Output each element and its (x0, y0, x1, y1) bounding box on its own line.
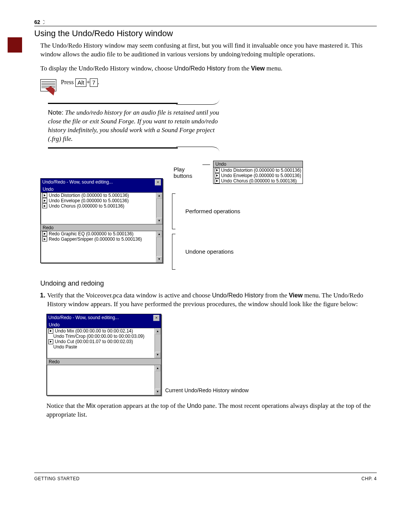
play-icon[interactable] (42, 193, 47, 198)
text: Verify that the Voiceover.pca data windo… (47, 292, 212, 299)
step-1: Verify that the Voiceover.pca data windo… (47, 291, 377, 309)
subheading: Undoing and redoing (40, 280, 377, 288)
scrollbar[interactable]: ▴▾ (155, 328, 161, 358)
figure-1: Undo/Redo - Wow, sound editing... × Undo… (40, 161, 377, 270)
text: operation appears at the top of the (96, 402, 187, 409)
undo-header: Undo (41, 186, 162, 192)
scroll-up-icon[interactable]: ▴ (156, 193, 162, 199)
bracket (172, 234, 179, 270)
list-item: Undo Distortion (0.000000 to 5.000136) (221, 168, 301, 173)
list-item: Undo Chorus (0.000000 to 5.000136) (221, 178, 297, 184)
note-label: Note: (48, 109, 64, 116)
zoom-header: Undo (213, 161, 303, 168)
callout-undone: Undone operations (185, 248, 234, 255)
scroll-down-icon[interactable]: ▾ (156, 218, 162, 224)
display-instruction: To display the Undo/Redo History window,… (40, 64, 377, 73)
callout-play-buttons: Play buttons (174, 166, 196, 179)
key-alt: Alt (75, 78, 87, 87)
note-block: Note: The undo/redo history for an audio… (48, 101, 219, 152)
redo-header: Redo (41, 224, 162, 231)
paragraph-3: Notice that the Mix operation appears at… (46, 402, 377, 419)
play-icon[interactable] (48, 339, 53, 344)
scroll-up-icon[interactable]: ▴ (155, 328, 161, 334)
scrollbar[interactable]: ▴▾ (155, 365, 161, 395)
undo-header: Undo (47, 322, 161, 328)
page-number: 62 (34, 19, 377, 25)
figure-caption: Current Undo/Redo History window (165, 387, 249, 396)
undo-list-pane[interactable]: Undo Distortion (0.000000 to 5.000136) U… (41, 192, 162, 224)
window-title: Undo/Redo - Wow, sound editing... (48, 315, 119, 321)
scroll-up-icon[interactable]: ▴ (155, 365, 161, 371)
close-icon[interactable]: × (155, 179, 161, 185)
text: from the (263, 292, 289, 299)
window-title: Undo/Redo - Wow, sound editing... (42, 179, 113, 185)
pane-name: Undo (187, 403, 201, 409)
redo-list-pane[interactable]: ▴▾ (47, 365, 161, 395)
list-item[interactable]: Redo Gapper/Snipper (0.000000 to 5.00013… (49, 236, 142, 242)
list-item[interactable]: Redo Graphic EQ (0.000000 to 5.000136) (49, 231, 134, 236)
keyboard-icon (40, 79, 56, 91)
footer-right: CHP. 4 (362, 476, 377, 481)
operation-name: Mix (86, 403, 96, 409)
text: Notice that the (46, 402, 86, 409)
redo-list-pane[interactable]: Redo Graphic EQ (0.000000 to 5.000136) R… (41, 231, 162, 263)
scrollbar[interactable]: ▴▾ (156, 193, 162, 224)
keyboard-shortcut-row: Press Alt+7. (40, 78, 377, 91)
text: from the (226, 65, 251, 72)
note-swoosh (176, 97, 220, 105)
text: menu. (265, 65, 282, 72)
chapter-color-tab (8, 37, 22, 53)
note-swoosh-bottom (176, 147, 220, 155)
list-item: Undo Envelope (0.000000 to 5.000136) (221, 173, 301, 178)
note-rule-top (48, 103, 178, 104)
plus: + (86, 78, 90, 85)
zoom-undo-list: Undo Undo Distortion (0.000000 to 5.0001… (213, 161, 303, 184)
list-item[interactable]: Undo Envelope (0.000000 to 5.000136) (49, 198, 129, 203)
text: To display the Undo/Redo History window,… (40, 65, 174, 72)
menu-name-text: View (251, 65, 265, 72)
scroll-down-icon[interactable]: ▾ (155, 352, 161, 358)
bracket (172, 193, 179, 229)
play-icon[interactable] (48, 329, 53, 334)
key-7: 7 (90, 78, 97, 87)
steps-list: Verify that the Voiceover.pca data windo… (40, 291, 377, 309)
list-item[interactable]: Undo Distortion (0.000000 to 5.000136) (49, 193, 129, 198)
list-item[interactable]: Undo Cut (00:00:01.07 to 00:00:02.03) (55, 339, 133, 344)
list-item[interactable]: Undo Chorus (0.000000 to 5.000136) (49, 203, 124, 209)
list-item[interactable]: Undo Paste (53, 344, 77, 350)
scrollbar[interactable]: ▴▾ (156, 231, 162, 262)
period: . (98, 78, 99, 85)
play-icon[interactable] (215, 173, 220, 178)
scroll-down-icon[interactable]: ▾ (155, 389, 161, 395)
play-icon[interactable] (42, 203, 47, 208)
play-icon[interactable] (42, 231, 47, 236)
play-icon[interactable] (215, 179, 220, 184)
menu-name-text: View (289, 292, 303, 299)
close-icon[interactable]: × (153, 315, 159, 321)
footer-left: GETTING STARTED (34, 476, 80, 481)
play-icon[interactable] (215, 168, 220, 173)
note-rule-bottom (48, 147, 178, 149)
callout-performed: Performed operations (185, 208, 240, 214)
header-rule (34, 26, 377, 26)
intro-paragraph: The Undo/Redo History window may seem co… (40, 42, 377, 59)
play-icon[interactable] (42, 198, 47, 203)
play-icon[interactable] (42, 236, 47, 241)
list-item[interactable]: Undo Mix (00:00:00.00 to 00:00:02.14) (55, 328, 133, 334)
menu-command-text: Undo/Redo History (174, 65, 226, 72)
undo-redo-window: Undo/Redo - Wow, sound editing... × Undo… (40, 178, 163, 263)
undo-redo-window-example: Undo/Redo - Wow, sound editing... × Undo… (46, 314, 161, 396)
section-heading: Using the Undo/Redo History window (34, 29, 377, 38)
page-footer: GETTING STARTED CHP. 4 (34, 473, 377, 481)
list-item[interactable]: Undo Trim/Crop (00:00:00.00 to 00:00:03.… (53, 334, 144, 339)
note-body: The undo/redo history for an audio file … (48, 109, 219, 142)
scroll-up-icon[interactable]: ▴ (156, 231, 162, 237)
scroll-down-icon[interactable]: ▾ (156, 256, 162, 262)
callouts: Play buttons Undo Undo Distortion (0.000… (174, 161, 303, 270)
press-label: Press (61, 78, 75, 85)
redo-header: Redo (47, 358, 161, 365)
undo-list-pane[interactable]: Undo Mix (00:00:00.00 to 00:00:02.14) Un… (47, 328, 161, 358)
menu-command-text: Undo/Redo History (212, 292, 263, 299)
